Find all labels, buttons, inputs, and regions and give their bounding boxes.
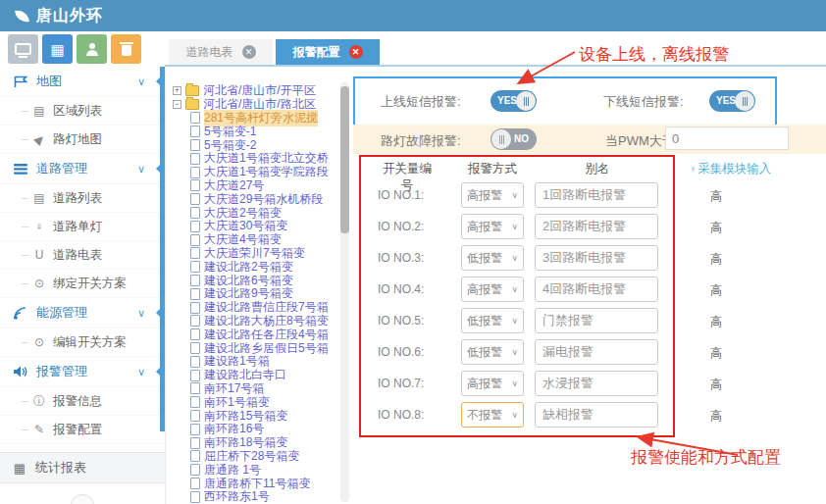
tab-alarm-config[interactable]: 报警配置 ✕ bbox=[276, 39, 380, 65]
sidebar-group-1[interactable]: 道路管理∨ bbox=[0, 154, 165, 184]
sidebar-item-label: 区域列表 bbox=[53, 103, 102, 120]
alarm-mode-select[interactable]: 高报警∨ bbox=[461, 214, 524, 239]
file-icon bbox=[190, 450, 200, 462]
alias-input[interactable] bbox=[535, 339, 658, 365]
sidebar-group-label: 道路管理 bbox=[36, 160, 87, 177]
sidebar-item[interactable]: ⊙绑定开关方案 bbox=[0, 270, 165, 298]
sidebar-group-3[interactable]: 报警管理∨ bbox=[0, 357, 165, 387]
sidebar-group-0[interactable]: 地图∨ bbox=[0, 67, 165, 97]
scrollbar-thumb[interactable] bbox=[340, 86, 349, 233]
alarm-mode-select[interactable]: 高报警∨ bbox=[461, 277, 524, 302]
close-icon[interactable]: ✕ bbox=[242, 45, 256, 59]
sidebar-item-label: 报警信息 bbox=[53, 393, 102, 410]
file-icon bbox=[190, 261, 200, 273]
chevron-down-icon: ∨ bbox=[511, 410, 518, 420]
column-header-alarm-mode: 报警方式 bbox=[461, 161, 524, 177]
alarm-mode-select[interactable]: 低报警∨ bbox=[461, 308, 524, 333]
sidebar-item[interactable]: ▶路灯地图 bbox=[0, 126, 165, 154]
sidebar-item-label: 路灯地图 bbox=[53, 131, 102, 148]
flag-icon bbox=[13, 76, 28, 88]
sidebar-item-label: 道路电表 bbox=[53, 247, 102, 264]
alarm-mode-select[interactable]: 低报警∨ bbox=[461, 245, 524, 271]
io-id-label: IO NO.5: bbox=[378, 314, 424, 328]
sidebar-item[interactable]: ♀道路单灯 bbox=[0, 213, 165, 241]
user-button[interactable] bbox=[77, 34, 107, 64]
select-value: 低报警 bbox=[467, 344, 502, 361]
monitor-button[interactable] bbox=[8, 34, 38, 64]
sidebar-item[interactable]: ▤区域列表 bbox=[0, 97, 165, 126]
io-id-label: IO NO.4: bbox=[378, 282, 424, 296]
chevron-down-icon: ∨ bbox=[511, 378, 518, 388]
io-table-row: IO NO.6:低报警∨高 bbox=[353, 336, 826, 368]
file-icon bbox=[190, 382, 200, 394]
sidebar-group-2[interactable]: 能源管理∨ bbox=[0, 298, 165, 328]
alias-input[interactable] bbox=[535, 182, 658, 208]
tree-scrollbar[interactable] bbox=[340, 82, 349, 502]
sidebar-item-label: 报警配置 bbox=[53, 422, 102, 438]
alias-input[interactable] bbox=[535, 371, 658, 396]
file-icon bbox=[190, 126, 200, 137]
close-icon[interactable]: ✕ bbox=[349, 45, 363, 59]
tree-node[interactable]: 西环路东1号 bbox=[166, 490, 353, 504]
collapse-icon[interactable]: - bbox=[173, 100, 181, 109]
alarm-mode-select[interactable]: 高报警∨ bbox=[461, 371, 524, 396]
file-icon bbox=[190, 424, 200, 435]
alias-input[interactable] bbox=[535, 214, 658, 239]
alarm-mode-select[interactable]: 高报警∨ bbox=[461, 182, 524, 208]
expand-icon[interactable]: + bbox=[173, 86, 181, 95]
toggle-value: NO bbox=[514, 133, 529, 144]
app-header: 唐山外环 bbox=[0, 0, 826, 31]
offline-sms-toggle[interactable]: YES bbox=[709, 90, 755, 112]
sidebar-item-statistics-report[interactable]: ▦ 统计报表 bbox=[0, 452, 165, 483]
io-table-row: IO NO.8:不报警∨高 bbox=[353, 399, 826, 430]
sidebar-item-label: 绑定开关方案 bbox=[53, 276, 127, 292]
select-value: 高报警 bbox=[467, 376, 502, 392]
file-icon bbox=[190, 221, 200, 232]
alarm-mode-select[interactable]: 不报警∨ bbox=[461, 402, 524, 428]
io-id-label: IO NO.8: bbox=[378, 408, 424, 422]
sidebar-item[interactable]: ⓘ报警信息 bbox=[0, 387, 165, 416]
tree-node[interactable]: 5号箱变-1 bbox=[166, 125, 353, 138]
io-id-label: IO NO.1: bbox=[378, 188, 424, 202]
column-header-module-input: ♀采集模块输入 bbox=[682, 161, 819, 177]
sidebar-item[interactable]: U道路电表 bbox=[0, 241, 165, 270]
toolbar-buttons: ▦ bbox=[8, 34, 141, 64]
file-icon bbox=[190, 328, 200, 340]
file-icon bbox=[190, 464, 200, 476]
toggle-knob bbox=[516, 91, 536, 111]
sidebar-item[interactable]: ▤道路列表 bbox=[0, 184, 165, 213]
file-icon bbox=[190, 167, 200, 178]
list-icon: ▤ bbox=[32, 105, 46, 117]
trash-button[interactable] bbox=[111, 34, 141, 64]
alias-input[interactable] bbox=[535, 308, 658, 333]
io-table-row: IO NO.2:高报警∨高 bbox=[353, 211, 826, 242]
fault-alarm-toggle[interactable]: NO bbox=[490, 128, 537, 150]
file-icon bbox=[190, 302, 200, 314]
tab-label: 道路电表 bbox=[186, 44, 233, 61]
meter-icon: U bbox=[32, 249, 46, 261]
grid-icon: ▦ bbox=[50, 42, 64, 57]
file-icon bbox=[190, 370, 200, 381]
chevron-down-icon: ∨ bbox=[137, 76, 145, 88]
grid-button[interactable]: ▦ bbox=[42, 34, 73, 64]
online-sms-toggle[interactable]: YES bbox=[490, 90, 537, 112]
tab-road-meter[interactable]: 道路电表 ✕ bbox=[169, 39, 273, 65]
alias-input[interactable] bbox=[535, 245, 658, 271]
toggle-value: YES bbox=[716, 95, 736, 106]
alias-input[interactable] bbox=[535, 277, 658, 302]
select-value: 低报警 bbox=[467, 250, 502, 267]
bulb-icon: ♀ bbox=[32, 221, 46, 232]
tree-node[interactable]: 281号高杆灯旁水泥搅 bbox=[166, 112, 353, 126]
alias-input[interactable] bbox=[535, 402, 658, 428]
report-icon: ▦ bbox=[13, 462, 26, 475]
pwm-threshold-input[interactable] bbox=[665, 126, 789, 150]
collapse-sidebar-button[interactable]: « bbox=[71, 494, 94, 504]
active-group-wedge bbox=[156, 160, 165, 177]
toggle-value: YES bbox=[497, 95, 517, 106]
alarm-mode-select[interactable]: 低报警∨ bbox=[461, 339, 524, 365]
io-id-label: IO NO.6: bbox=[378, 345, 424, 359]
sidebar-item[interactable]: ✎报警配置 bbox=[0, 416, 165, 444]
sidebar-item[interactable]: ⊙编辑开关方案 bbox=[0, 328, 165, 357]
select-value: 高报警 bbox=[467, 219, 502, 235]
power-icon: ⊙ bbox=[32, 336, 46, 348]
